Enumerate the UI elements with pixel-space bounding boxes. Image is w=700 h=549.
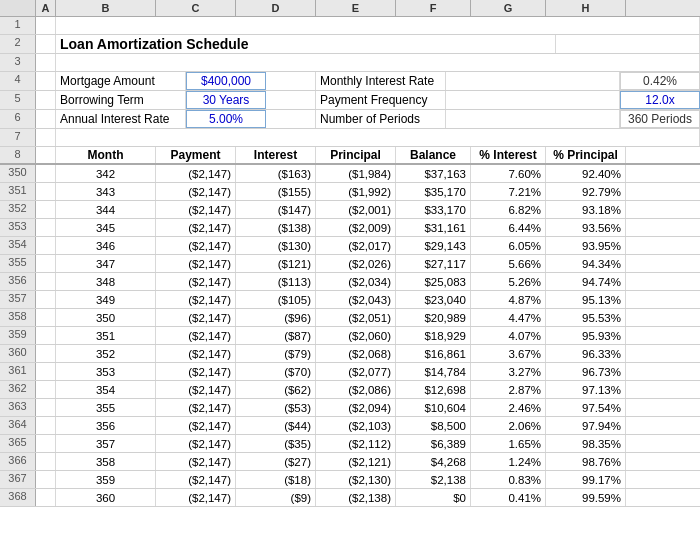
value-annual-interest-rate[interactable]: 5.00%	[186, 110, 266, 128]
cell-pct-principal-359: 95.93%	[546, 327, 626, 344]
table-row: 351343($2,147)($155)($1,992)$35,1707.21%…	[0, 183, 700, 201]
cell-principal-365: ($2,112)	[316, 435, 396, 452]
cell-a-368	[36, 489, 56, 506]
row-num-362: 362	[0, 381, 36, 398]
cell-principal-361: ($2,077)	[316, 363, 396, 380]
cell-balance-354: $29,143	[396, 237, 471, 254]
table-row: 363355($2,147)($53)($2,094)$10,6042.46%9…	[0, 399, 700, 417]
row-5: 5 Borrowing Term 30 Years Payment Freque…	[0, 91, 700, 110]
row-num-368: 368	[0, 489, 36, 506]
cell-pct-principal-356: 94.74%	[546, 273, 626, 290]
cell-a-357	[36, 291, 56, 308]
row-3: 3	[0, 54, 700, 72]
cell-pct-principal-367: 99.17%	[546, 471, 626, 488]
cell-payment-363: ($2,147)	[156, 399, 236, 416]
spacer-4b	[446, 72, 620, 90]
cell-a-366	[36, 453, 56, 470]
cell-month-352: 344	[56, 201, 156, 218]
cell-payment-353: ($2,147)	[156, 219, 236, 236]
row-num-365: 365	[0, 435, 36, 452]
cell-a-362	[36, 381, 56, 398]
header-interest: Interest	[236, 147, 316, 163]
cell-interest-359: ($87)	[236, 327, 316, 344]
cell-balance-366: $4,268	[396, 453, 471, 470]
table-row: 354346($2,147)($130)($2,017)$29,1436.05%…	[0, 237, 700, 255]
cell-a2	[36, 35, 56, 53]
cell-month-367: 359	[56, 471, 156, 488]
cell-balance-356: $25,083	[396, 273, 471, 290]
value-monthly-interest-rate[interactable]: 0.42%	[620, 72, 700, 90]
table-row: 359351($2,147)($87)($2,060)$18,9294.07%9…	[0, 327, 700, 345]
table-row: 364356($2,147)($44)($2,103)$8,5002.06%97…	[0, 417, 700, 435]
cell-balance-367: $2,138	[396, 471, 471, 488]
cell-a-365	[36, 435, 56, 452]
cell-balance-359: $18,929	[396, 327, 471, 344]
row-8-header: 8 Month Payment Interest Principal Balan…	[0, 147, 700, 165]
cell-interest-353: ($138)	[236, 219, 316, 236]
table-row: 360352($2,147)($79)($2,068)$16,8613.67%9…	[0, 345, 700, 363]
cell-month-366: 358	[56, 453, 156, 470]
cell-interest-360: ($79)	[236, 345, 316, 362]
cell-rest-1	[56, 17, 700, 34]
cell-month-368: 360	[56, 489, 156, 506]
cell-interest-363: ($53)	[236, 399, 316, 416]
cell-principal-364: ($2,103)	[316, 417, 396, 434]
cell-balance-353: $31,161	[396, 219, 471, 236]
cell-payment-352: ($2,147)	[156, 201, 236, 218]
cell-payment-361: ($2,147)	[156, 363, 236, 380]
cell-pct-interest-354: 6.05%	[471, 237, 546, 254]
cell-a3	[36, 54, 56, 71]
cell-interest-367: ($18)	[236, 471, 316, 488]
cell-balance-360: $16,861	[396, 345, 471, 362]
cell-pct-interest-365: 1.65%	[471, 435, 546, 452]
cell-principal-367: ($2,130)	[316, 471, 396, 488]
cell-a-353	[36, 219, 56, 236]
cell-payment-354: ($2,147)	[156, 237, 236, 254]
row-num-4: 4	[0, 72, 36, 90]
cell-interest-355: ($121)	[236, 255, 316, 272]
cell-pct-principal-357: 95.13%	[546, 291, 626, 308]
col-header-e: E	[316, 0, 396, 16]
cell-month-358: 350	[56, 309, 156, 326]
value-payment-frequency[interactable]: 12.0x	[620, 91, 700, 109]
cell-interest-356: ($113)	[236, 273, 316, 290]
cell-month-363: 355	[56, 399, 156, 416]
cell-principal-366: ($2,121)	[316, 453, 396, 470]
cell-principal-351: ($1,992)	[316, 183, 396, 200]
cell-month-362: 354	[56, 381, 156, 398]
cell-pct-interest-358: 4.47%	[471, 309, 546, 326]
cell-principal-362: ($2,086)	[316, 381, 396, 398]
spreadsheet: A B C D E F G H 1 2 Loan Amortization Sc…	[0, 0, 700, 507]
cell-pct-principal-365: 98.35%	[546, 435, 626, 452]
row-num-355: 355	[0, 255, 36, 272]
cell-month-361: 353	[56, 363, 156, 380]
cell-month-354: 346	[56, 237, 156, 254]
cell-pct-interest-361: 3.27%	[471, 363, 546, 380]
cell-pct-principal-351: 92.79%	[546, 183, 626, 200]
value-number-of-periods[interactable]: 360 Periods	[620, 110, 700, 128]
cell-balance-358: $20,989	[396, 309, 471, 326]
table-row: 355347($2,147)($121)($2,026)$27,1175.66%…	[0, 255, 700, 273]
cell-payment-359: ($2,147)	[156, 327, 236, 344]
cell-month-359: 351	[56, 327, 156, 344]
cell-a-367	[36, 471, 56, 488]
cell-pct-principal-350: 92.40%	[546, 165, 626, 182]
spacer-6a	[266, 110, 316, 128]
cell-interest-354: ($130)	[236, 237, 316, 254]
value-mortgage-amount[interactable]: $400,000	[186, 72, 266, 90]
value-borrowing-term[interactable]: 30 Years	[186, 91, 266, 109]
table-row: 368360($2,147)($9)($2,138)$00.41%99.59%	[0, 489, 700, 507]
label-number-of-periods: Number of Periods	[316, 110, 446, 128]
cell-pct-principal-353: 93.56%	[546, 219, 626, 236]
header-payment: Payment	[156, 147, 236, 163]
table-row: 361353($2,147)($70)($2,077)$14,7843.27%9…	[0, 363, 700, 381]
row-num-359: 359	[0, 327, 36, 344]
row-num-350: 350	[0, 165, 36, 182]
cell-rest-2	[556, 35, 700, 53]
cell-interest-358: ($96)	[236, 309, 316, 326]
cell-balance-363: $10,604	[396, 399, 471, 416]
cell-pct-interest-352: 6.82%	[471, 201, 546, 218]
cell-month-351: 343	[56, 183, 156, 200]
cell-pct-principal-362: 97.13%	[546, 381, 626, 398]
label-borrowing-term: Borrowing Term	[56, 91, 186, 109]
